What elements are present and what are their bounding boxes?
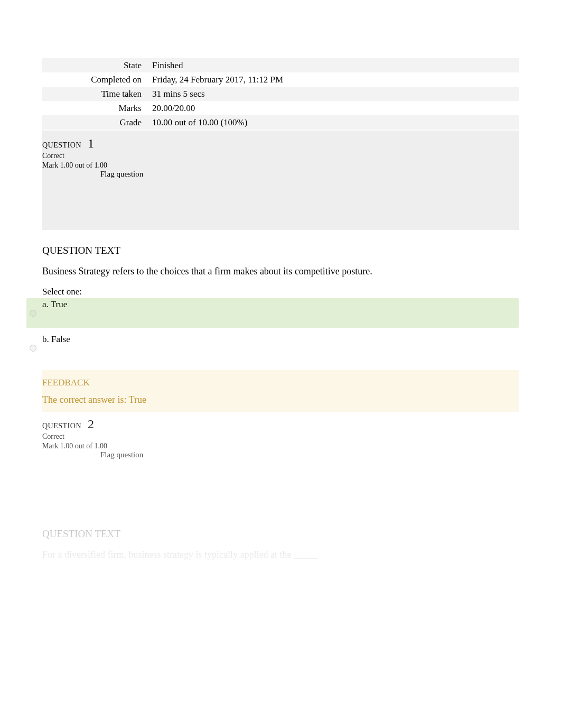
summary-label: Time taken [42, 87, 148, 101]
feedback-text: The correct answer is: True [42, 394, 519, 406]
option-false[interactable]: b. False [26, 333, 519, 363]
question-prompt: For a diversified firm, business strateg… [42, 549, 519, 560]
question-1-info: QUESTION 1 Correct Mark 1.00 out of 1.00… [42, 132, 519, 230]
flag-question-link[interactable]: Flag question [100, 450, 519, 459]
summary-row-marks: Marks 20.00/20.00 [42, 101, 519, 115]
select-one-label: Select one: [42, 287, 519, 297]
summary-label: State [42, 58, 148, 72]
summary-label: Grade [42, 115, 148, 130]
summary-row-completed: Completed on Friday, 24 February 2017, 1… [42, 72, 519, 87]
question-label: QUESTION [42, 141, 81, 150]
summary-label: Completed on [42, 72, 148, 87]
feedback-heading: FEEDBACK [42, 377, 519, 388]
question-prompt: Business Strategy refers to the choices … [42, 266, 519, 277]
radio-icon [30, 310, 36, 317]
question-text-heading: QUESTION TEXT [42, 245, 519, 256]
summary-row-state: State Finished [42, 58, 519, 72]
question-number: 1 [88, 136, 94, 151]
summary-value: 10.00 out of 10.00 (100%) [148, 115, 519, 130]
summary-value: Finished [148, 58, 519, 72]
summary-row-grade: Grade 10.00 out of 10.00 (100%) [42, 115, 519, 130]
quiz-summary-table: State Finished Completed on Friday, 24 F… [42, 58, 519, 130]
question-status: Correct [42, 152, 519, 160]
question-text-heading: QUESTION TEXT [42, 528, 519, 540]
question-status: Correct [42, 432, 519, 441]
question-label: QUESTION [42, 422, 81, 430]
option-label: b. False [42, 333, 70, 345]
question-mark: Mark 1.00 out of 1.00 [42, 442, 519, 450]
feedback-box: FEEDBACK The correct answer is: True [42, 370, 519, 412]
summary-value: 20.00/20.00 [148, 101, 519, 115]
radio-icon [30, 345, 36, 352]
option-true[interactable]: a. True [26, 298, 519, 328]
summary-value: 31 mins 5 secs [148, 87, 519, 101]
summary-row-time: Time taken 31 mins 5 secs [42, 87, 519, 101]
question-2-info: QUESTION 2 Correct Mark 1.00 out of 1.00… [42, 412, 519, 459]
summary-value: Friday, 24 February 2017, 11:12 PM [148, 72, 519, 87]
flag-question-link[interactable]: Flag question [100, 170, 519, 179]
question-mark: Mark 1.00 out of 1.00 [42, 161, 519, 170]
option-label: a. True [42, 298, 67, 310]
summary-label: Marks [42, 101, 148, 115]
question-number: 2 [88, 417, 94, 431]
